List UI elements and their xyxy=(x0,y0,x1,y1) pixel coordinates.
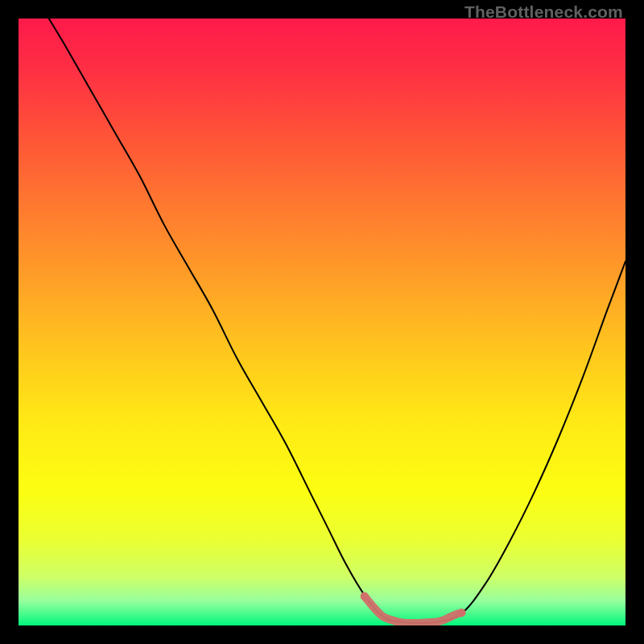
chart-svg xyxy=(19,19,625,625)
optimal-band-endpoint xyxy=(361,592,369,601)
optimal-band-endpoint xyxy=(457,609,465,617)
bottleneck-chart xyxy=(19,19,625,625)
chart-background xyxy=(19,19,625,625)
